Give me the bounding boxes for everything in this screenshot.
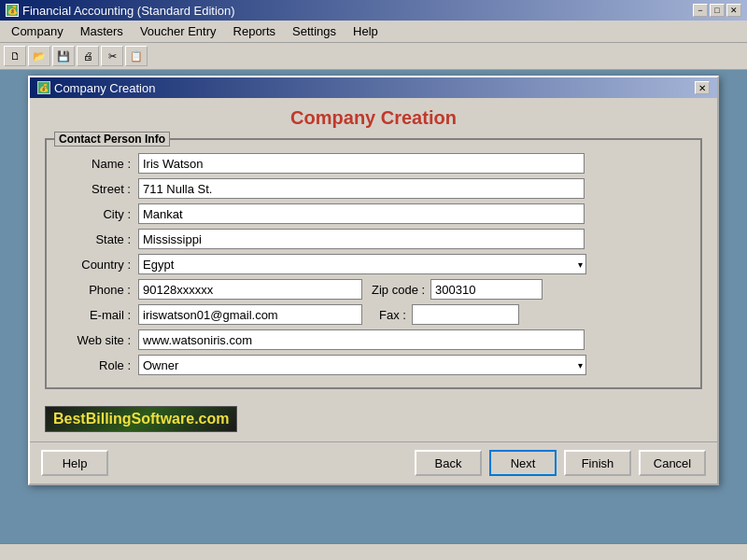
street-input[interactable]	[138, 178, 585, 199]
email-row: E-mail : Fax :	[54, 304, 693, 325]
email-label: E-mail :	[54, 308, 138, 322]
zipcode-input[interactable]	[430, 279, 543, 300]
website-input[interactable]	[138, 329, 585, 350]
finish-button[interactable]: Finish	[564, 450, 631, 476]
minimize-button[interactable]: −	[693, 4, 708, 17]
state-row: State :	[54, 229, 693, 249]
city-label: City :	[54, 207, 138, 221]
toolbar-cut[interactable]: ✂	[101, 46, 123, 66]
phone-label: Phone :	[54, 283, 138, 297]
role-select[interactable]: Owner Manager Accountant Staff	[138, 355, 586, 375]
main-area: 💰 Company Creation ✕ Company Creation Co…	[0, 70, 747, 543]
menu-voucher-entry[interactable]: Voucher Entry	[133, 22, 224, 40]
name-input[interactable]	[138, 153, 585, 174]
dialog-icon: 💰	[37, 81, 50, 94]
state-input[interactable]	[138, 229, 585, 249]
title-bar-left: 💰 Financial Accounting (Standard Edition…	[6, 4, 235, 18]
menu-masters[interactable]: Masters	[73, 22, 131, 40]
toolbar-paste[interactable]: 📋	[125, 46, 148, 66]
name-label: Name :	[54, 157, 138, 171]
branding-text: BestBillingSoftware.com	[53, 411, 229, 427]
role-select-wrapper: Owner Manager Accountant Staff ▾	[138, 355, 586, 375]
phone-row: Phone : Zip code :	[54, 279, 693, 300]
phone-input[interactable]	[138, 279, 362, 300]
website-label: Web site :	[54, 333, 138, 347]
state-label: State :	[54, 232, 138, 246]
status-bar	[0, 543, 747, 560]
toolbar: 🗋 📂 💾 🖨 ✂ 📋	[0, 43, 747, 70]
country-select[interactable]: Egypt USA UK India Australia	[138, 254, 586, 274]
dialog-title: Company Creation	[54, 81, 155, 95]
toolbar-open[interactable]: 📂	[28, 46, 50, 66]
toolbar-print[interactable]: 🖨	[77, 46, 99, 66]
company-creation-dialog: 💰 Company Creation ✕ Company Creation Co…	[28, 76, 719, 485]
fax-input[interactable]	[412, 304, 519, 325]
help-button[interactable]: Help	[41, 450, 108, 476]
back-button[interactable]: Back	[415, 450, 482, 476]
country-row: Country : Egypt USA UK India Australia ▾	[54, 254, 693, 274]
footer-right: Back Next Finish Cancel	[415, 450, 706, 476]
form-content: Name : Street : City :	[54, 146, 693, 375]
app-title: Financial Accounting (Standard Edition)	[22, 4, 235, 18]
street-row: Street :	[54, 178, 693, 199]
cancel-button[interactable]: Cancel	[639, 450, 706, 476]
dialog-footer: Help Back Next Finish Cancel	[30, 441, 717, 483]
zipcode-label: Zip code :	[372, 283, 425, 297]
country-label: Country :	[54, 258, 138, 272]
branding-box: BestBillingSoftware.com	[45, 406, 237, 432]
dialog-title-left: 💰 Company Creation	[37, 81, 155, 95]
dialog-close-button[interactable]: ✕	[695, 81, 710, 94]
country-select-wrapper: Egypt USA UK India Australia ▾	[138, 254, 586, 274]
title-bar: 💰 Financial Accounting (Standard Edition…	[0, 0, 747, 21]
website-row: Web site :	[54, 329, 693, 350]
fax-label: Fax :	[379, 308, 406, 322]
footer-left: Help	[41, 450, 108, 476]
menu-company[interactable]: Company	[4, 22, 71, 40]
group-box-legend: Contact Person Info	[54, 132, 170, 147]
dialog-body: Company Creation Contact Person Info Nam…	[30, 98, 717, 441]
toolbar-new[interactable]: 🗋	[4, 46, 26, 66]
menu-help[interactable]: Help	[345, 22, 386, 40]
role-label: Role :	[54, 358, 138, 372]
name-row: Name :	[54, 153, 693, 174]
app-window: 💰 Financial Accounting (Standard Edition…	[0, 0, 747, 560]
email-input[interactable]	[138, 304, 362, 325]
street-label: Street :	[54, 182, 138, 196]
branding-container: BestBillingSoftware.com	[45, 399, 702, 432]
dialog-heading: Company Creation	[45, 107, 702, 129]
app-close-button[interactable]: ✕	[726, 4, 741, 17]
menu-bar: Company Masters Voucher Entry Reports Se…	[0, 21, 747, 43]
menu-reports[interactable]: Reports	[226, 22, 284, 40]
dialog-title-bar: 💰 Company Creation ✕	[30, 77, 717, 98]
app-icon: 💰	[6, 4, 19, 17]
menu-settings[interactable]: Settings	[285, 22, 344, 40]
title-bar-buttons: − □ ✕	[693, 4, 741, 17]
city-input[interactable]	[138, 203, 585, 224]
maximize-button[interactable]: □	[710, 4, 725, 17]
toolbar-save[interactable]: 💾	[52, 46, 75, 66]
city-row: City :	[54, 203, 693, 224]
role-row: Role : Owner Manager Accountant Staff ▾	[54, 355, 693, 375]
next-button[interactable]: Next	[489, 450, 557, 476]
contact-person-group: Contact Person Info Name : Street :	[45, 138, 702, 389]
